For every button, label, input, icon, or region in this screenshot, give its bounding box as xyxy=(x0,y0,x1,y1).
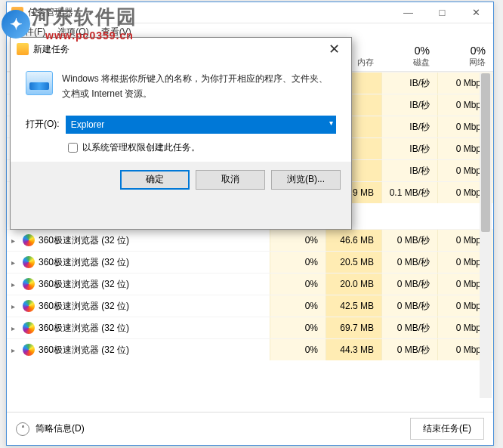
process-icon xyxy=(22,277,35,291)
mem-cell: 20.0 MB xyxy=(326,273,381,295)
admin-checkbox-label: 以系统管理权限创建此任务。 xyxy=(82,141,200,154)
col-disk[interactable]: 0%磁盘 xyxy=(381,42,437,71)
cpu-cell: 0% xyxy=(270,295,326,317)
process-name: 360极速浏览器 (32 位) xyxy=(39,322,270,335)
col-net[interactable]: 0%网络 xyxy=(437,42,493,71)
expand-icon[interactable]: ▸ xyxy=(7,280,19,289)
mem-cell: 69.7 MB xyxy=(326,317,381,338)
minimize-button[interactable]: — xyxy=(391,2,425,23)
process-name: 360极速浏览器 (32 位) xyxy=(39,300,270,313)
process-name: 360极速浏览器 (32 位) xyxy=(39,278,270,291)
dialog-close-button[interactable]: ✕ xyxy=(322,41,345,57)
mem-cell: 44.3 MB xyxy=(326,339,381,360)
maximize-button[interactable]: □ xyxy=(425,2,459,23)
disk-cell: IB/秒 xyxy=(381,73,437,94)
process-row[interactable]: ▸360极速浏览器 (32 位)0%42.5 MB0 MB/秒0 Mbps xyxy=(7,295,493,317)
process-icon xyxy=(22,343,35,357)
end-task-button[interactable]: 结束任务(E) xyxy=(410,418,484,440)
fewer-details-icon[interactable]: ˄ xyxy=(16,422,29,436)
disk-cell: 0 MB/秒 xyxy=(381,230,437,251)
scrollbar-thumb[interactable] xyxy=(481,73,490,232)
expand-icon[interactable]: ▸ xyxy=(7,346,19,354)
expand-icon[interactable]: ▸ xyxy=(7,236,19,245)
expand-icon[interactable]: ▸ xyxy=(7,302,19,311)
disk-cell: 0 MB/秒 xyxy=(381,295,437,317)
close-button[interactable]: ✕ xyxy=(459,2,493,23)
process-name: 360极速浏览器 (32 位) xyxy=(39,256,270,269)
vertical-scrollbar[interactable] xyxy=(480,73,492,398)
disk-cell: IB/秒 xyxy=(381,116,437,137)
expand-icon[interactable]: ▸ xyxy=(7,324,19,332)
process-icon xyxy=(22,233,35,247)
process-row[interactable]: ▸360极速浏览器 (32 位)0%20.0 MB0 MB/秒0 Mbps xyxy=(7,273,493,295)
process-icon xyxy=(22,299,35,313)
titlebar: 任务管理器 — □ ✕ xyxy=(7,2,493,23)
mem-cell: 20.5 MB xyxy=(326,252,381,273)
disk-cell: IB/秒 xyxy=(381,138,437,159)
ok-button[interactable]: 确定 xyxy=(120,170,190,190)
disk-cell: IB/秒 xyxy=(381,94,437,116)
cpu-cell: 0% xyxy=(270,317,326,338)
browse-button[interactable]: 浏览(B)... xyxy=(271,170,341,190)
footer: ˄ 简略信息(D) 结束任务(E) xyxy=(7,412,493,445)
disk-cell: 0 MB/秒 xyxy=(381,252,437,273)
process-row[interactable]: ▸360极速浏览器 (32 位)0%20.5 MB0 MB/秒0 Mbps xyxy=(7,251,493,273)
process-icon xyxy=(22,321,35,335)
disk-cell: 0.1 MB/秒 xyxy=(381,182,437,203)
dialog-message: Windows 将根据你所键入的名称，为你打开相应的程序、文件夹、文档或 Int… xyxy=(62,71,336,102)
mem-cell: 46.6 MB xyxy=(326,230,381,251)
cpu-cell: 0% xyxy=(270,339,326,360)
run-icon xyxy=(26,71,53,95)
mem-cell: 42.5 MB xyxy=(326,295,381,317)
dialog-titlebar: 新建任务 ✕ xyxy=(11,38,351,60)
run-dialog: 新建任务 ✕ Windows 将根据你所键入的名称，为你打开相应的程序、文件夹、… xyxy=(10,37,352,230)
window-title: 任务管理器 xyxy=(28,6,391,19)
open-label: 打开(O): xyxy=(26,118,60,131)
disk-cell: 0 MB/秒 xyxy=(381,317,437,338)
app-icon xyxy=(11,7,23,19)
cpu-cell: 0% xyxy=(270,252,326,273)
cpu-cell: 0% xyxy=(270,273,326,295)
fewer-details-label[interactable]: 简略信息(D) xyxy=(35,422,410,435)
open-input[interactable] xyxy=(66,116,336,134)
process-name: 360极速浏览器 (32 位) xyxy=(39,344,270,357)
disk-cell: IB/秒 xyxy=(381,160,437,181)
process-row[interactable]: ▸360极速浏览器 (32 位)0%44.3 MB0 MB/秒0 Mbps xyxy=(7,338,493,360)
admin-checkbox[interactable] xyxy=(68,143,78,153)
disk-cell: 0 MB/秒 xyxy=(381,273,437,295)
cancel-button[interactable]: 取消 xyxy=(196,170,265,190)
process-icon xyxy=(22,255,35,269)
process-name: 360极速浏览器 (32 位) xyxy=(39,234,270,247)
dialog-title: 新建任务 xyxy=(33,43,322,56)
expand-icon[interactable]: ▸ xyxy=(7,258,19,267)
disk-cell: 0 MB/秒 xyxy=(381,339,437,360)
dialog-icon xyxy=(17,43,29,55)
cpu-cell: 0% xyxy=(270,230,326,251)
process-row[interactable]: ▸360极速浏览器 (32 位)0%46.6 MB0 MB/秒0 Mbps xyxy=(7,229,493,251)
process-row[interactable]: ▸360极速浏览器 (32 位)0%69.7 MB0 MB/秒0 Mbps xyxy=(7,317,493,338)
open-combobox[interactable]: ▾ xyxy=(66,116,336,134)
